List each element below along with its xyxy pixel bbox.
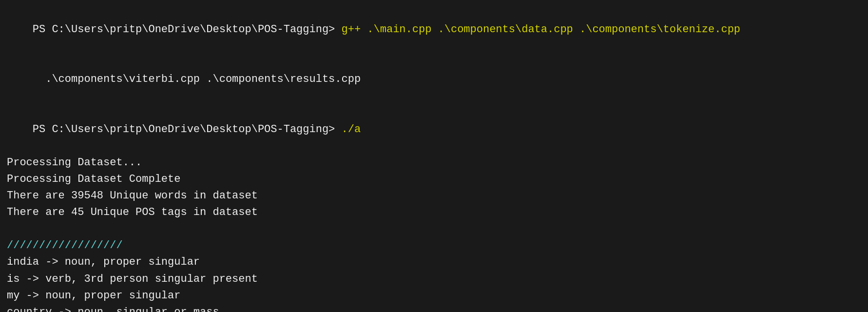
terminal-line-5: Processing Dataset Complete xyxy=(7,171,861,188)
terminal-line-13: country -> noun, singular or mass xyxy=(7,304,861,312)
terminal-line-2: .\components\viterbi.cpp .\components\re… xyxy=(7,55,861,104)
terminal-line-12: my -> noun, proper singular xyxy=(7,288,861,304)
terminal-line-3: PS C:\Users\pritp\OneDrive\Desktop\POS-T… xyxy=(7,105,861,155)
prompt-2: PS C:\Users\pritp\OneDrive\Desktop\POS-T… xyxy=(33,123,342,136)
terminal-line-10: india -> noun, proper singular xyxy=(7,254,861,271)
terminal-line-6: There are 39548 Unique words in dataset xyxy=(7,188,861,204)
terminal-line-4: Processing Dataset... xyxy=(7,155,861,171)
terminal-line-1: PS C:\Users\pritp\OneDrive\Desktop\POS-T… xyxy=(7,5,861,55)
terminal-line-9: ////////////////// xyxy=(7,237,861,254)
prompt-1: PS C:\Users\pritp\OneDrive\Desktop\POS-T… xyxy=(33,23,342,36)
terminal-line-11: is -> verb, 3rd person singular present xyxy=(7,271,861,288)
terminal-window: PS C:\Users\pritp\OneDrive\Desktop\POS-T… xyxy=(0,0,868,312)
command-1: g++ .\main.cpp .\components\data.cpp .\c… xyxy=(342,23,741,36)
command-2: ./a xyxy=(342,123,361,136)
command-continued-1: .\components\viterbi.cpp .\components\re… xyxy=(33,73,361,85)
terminal-line-8 xyxy=(7,221,861,237)
terminal-line-7: There are 45 Unique POS tags in dataset xyxy=(7,204,861,221)
